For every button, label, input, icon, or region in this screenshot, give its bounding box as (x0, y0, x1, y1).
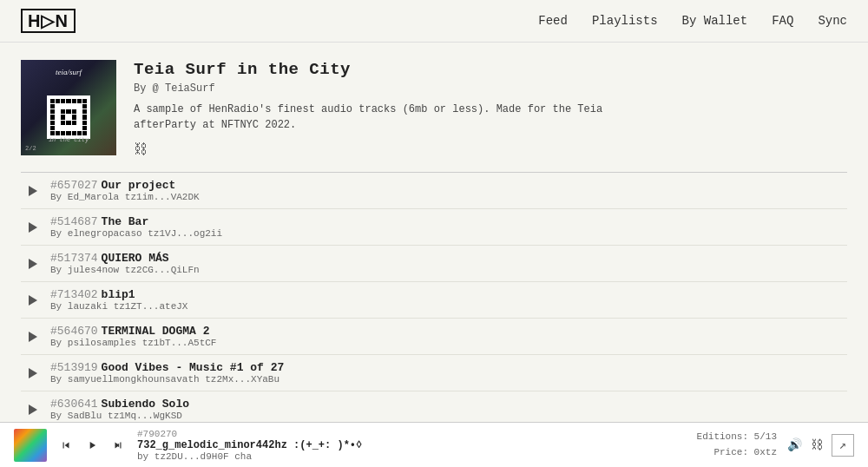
track-title-2: #517374QUIERO MÁS (50, 252, 844, 265)
play-button-4[interactable] (24, 328, 42, 345)
nav-playlists[interactable]: Playlists (592, 14, 658, 28)
player-editions: Editions: 5/13 (697, 430, 777, 445)
player-track-id: #790270 (137, 429, 687, 439)
album-number: 2/2 (25, 145, 36, 152)
track-by-0: By Ed_Marola tz1im...VA2DK (50, 192, 844, 202)
album-art-caption: in the city (21, 136, 116, 143)
table-row[interactable]: #517374QUIERO MÁS By jules4now tz2CG...Q… (21, 246, 847, 282)
table-row[interactable]: #564670TERMINAL DOGMA 2 By psilosamples … (21, 319, 847, 355)
player-price: Price: 0xtz (697, 445, 777, 461)
svg-rect-0 (120, 442, 121, 448)
nav-by-wallet[interactable]: By Wallet (682, 14, 748, 28)
player-link-icon[interactable]: ⛓ (811, 438, 823, 452)
header: H▷N Feed Playlists By Wallet FAQ Sync (0, 0, 868, 43)
player-bar: #790270 732_g_melodic_minor442hz :(+_+: … (0, 422, 868, 467)
table-row[interactable]: #713402blip1 By lauzaki tz1ZT...ateJX (21, 282, 847, 319)
nav-faq[interactable]: FAQ (772, 14, 793, 28)
play-pause-button[interactable] (83, 437, 101, 454)
player-track-author: by tz2DU...d9H0F cha (137, 451, 687, 462)
play-button-5[interactable] (24, 365, 42, 382)
track-title-3: #713402blip1 (50, 288, 844, 301)
album-description: A sample of HenRadio's finest audio trac… (134, 102, 654, 133)
track-by-1: By elnegropacaso tz1VJ...og2ii (50, 228, 844, 239)
play-button-2[interactable] (24, 255, 42, 273)
album-qr (47, 95, 90, 139)
album-by: By @ TeiaSurf (134, 82, 847, 95)
player-controls (57, 437, 127, 454)
next-button[interactable] (109, 437, 127, 454)
album-link-icon[interactable]: ⛓ (134, 141, 148, 158)
table-row[interactable]: #657027Our project By Ed_Marola tz1im...… (21, 173, 847, 209)
table-row[interactable]: #630641Subiendo Solo By SadBlu tz1Mq...W… (21, 391, 847, 421)
player-thumbnail (14, 429, 47, 462)
album-header: teia/surf in the city 2/2 Teia Surf in t… (21, 43, 847, 172)
volume-icon[interactable]: 🔊 (787, 437, 802, 452)
album-info: Teia Surf in the City By @ TeiaSurf A sa… (134, 60, 847, 158)
track-title-5: #513919Good Vibes - Music #1 of 27 (50, 361, 844, 374)
table-row[interactable]: #513919Good Vibes - Music #1 of 27 By sa… (21, 355, 847, 391)
main-content: teia/surf in the city 2/2 Teia Surf in t… (0, 43, 868, 421)
nav: Feed Playlists By Wallet FAQ Sync (538, 14, 847, 28)
track-list: #657027Our project By Ed_Marola tz1im...… (21, 172, 847, 421)
play-button-1[interactable] (24, 219, 42, 236)
album-title: Teia Surf in the City (134, 60, 847, 79)
track-title-4: #564670TERMINAL DOGMA 2 (50, 325, 844, 338)
track-title-0: #657027Our project (50, 179, 844, 192)
play-button-3[interactable] (24, 292, 42, 309)
track-by-3: By lauzaki tz1ZT...ateJX (50, 301, 844, 312)
player-track-name: 732_g_melodic_minor442hz :(+_+: )*•◊ (137, 439, 687, 451)
logo[interactable]: H▷N (21, 9, 76, 33)
player-meta: Editions: 5/13 Price: 0xtz (697, 430, 777, 460)
nav-feed[interactable]: Feed (538, 14, 568, 28)
track-by-4: By psilosamples tz1bT...A5tCF (50, 338, 844, 348)
track-by-2: By jules4now tz2CG...QiLFn (50, 265, 844, 275)
album-art: teia/surf in the city 2/2 (21, 60, 116, 155)
play-button-0[interactable] (24, 182, 42, 200)
prev-button[interactable] (57, 437, 75, 454)
track-by-6: By SadBlu tz1Mq...WgKSD (50, 411, 844, 421)
table-row[interactable]: #514687The Bar By elnegropacaso tz1VJ...… (21, 209, 847, 246)
player-right-controls: 🔊 ⛓ ↗ (787, 434, 854, 457)
expand-button[interactable]: ↗ (832, 434, 854, 457)
track-title-6: #630641Subiendo Solo (50, 398, 844, 411)
player-info: #790270 732_g_melodic_minor442hz :(+_+: … (137, 429, 687, 462)
play-button-6[interactable] (24, 401, 42, 418)
nav-sync[interactable]: Sync (818, 14, 847, 28)
track-title-1: #514687The Bar (50, 215, 844, 228)
track-by-5: By samyuellmongkhounsavath tz2Mx...XYaBu (50, 374, 844, 385)
